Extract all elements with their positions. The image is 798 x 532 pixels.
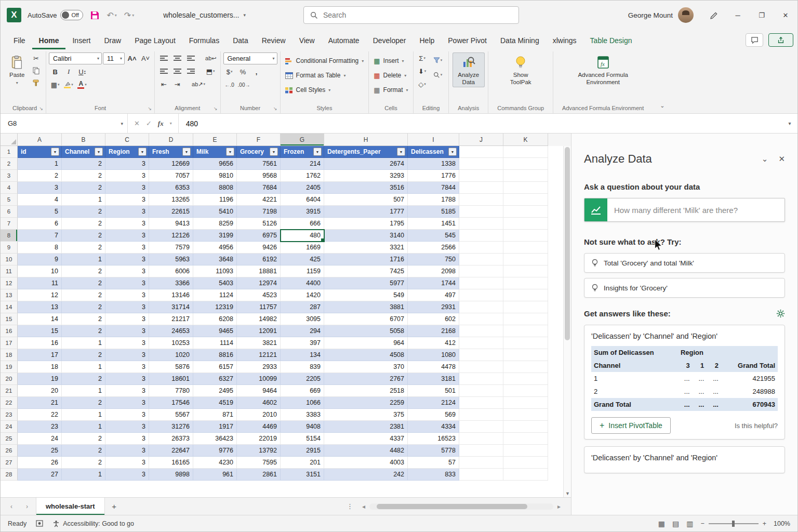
cell-A9[interactable]: 8: [18, 242, 62, 254]
cell-B22[interactable]: 2: [62, 397, 105, 409]
cell-H24[interactable]: 2381: [324, 421, 408, 433]
column-header-H[interactable]: H: [324, 134, 408, 146]
increase-decimal-button[interactable]: ←.0: [223, 79, 236, 90]
page-layout-view-button[interactable]: ▤: [672, 520, 679, 528]
row-header-6[interactable]: 6: [1, 206, 18, 218]
cell-I10[interactable]: 750: [408, 254, 459, 265]
sort-filter-button[interactable]: ▾: [432, 55, 444, 66]
cell-E26[interactable]: 9776: [193, 445, 237, 457]
cell-H19[interactable]: 370: [324, 361, 408, 373]
cell-G9[interactable]: 1669: [281, 242, 324, 254]
ribbon-tab-page-layout[interactable]: Page Layout: [128, 32, 182, 49]
empty-cell[interactable]: [503, 445, 548, 457]
cell-A11[interactable]: 10: [18, 265, 62, 277]
cell-I24[interactable]: 4334: [408, 421, 459, 433]
top-align-button[interactable]: [157, 52, 170, 64]
fill-color-button[interactable]: ▾: [62, 79, 75, 90]
row-header-20[interactable]: 20: [1, 373, 18, 385]
cell-H26[interactable]: 4482: [324, 445, 408, 457]
pane-close-icon[interactable]: ✕: [778, 154, 785, 164]
cell-I3[interactable]: 1776: [408, 170, 459, 182]
cell-E14[interactable]: 12319: [193, 301, 237, 313]
filter-button[interactable]: ▼: [51, 148, 59, 156]
cell-A26[interactable]: 25: [18, 445, 62, 457]
cell-C7[interactable]: 3: [105, 218, 149, 230]
accounting-format-button[interactable]: $▾: [223, 66, 236, 77]
cell-E21[interactable]: 2495: [193, 385, 237, 397]
cell-H23[interactable]: 375: [324, 409, 408, 421]
previous-sheet-button[interactable]: ‹: [5, 503, 18, 510]
cell-E18[interactable]: 8816: [193, 349, 237, 361]
increase-indent-button[interactable]: ⇥: [171, 78, 183, 90]
cell-A3[interactable]: 2: [18, 170, 62, 182]
empty-cell[interactable]: [503, 218, 548, 230]
cell-D10[interactable]: 5963: [149, 254, 193, 265]
cell-E5[interactable]: 1196: [193, 194, 237, 206]
ribbon-tab-power-pivot[interactable]: Power Pivot: [441, 32, 494, 49]
empty-cell[interactable]: [503, 289, 548, 301]
empty-cell[interactable]: [503, 457, 548, 469]
cell-E22[interactable]: 4519: [193, 397, 237, 409]
cell-G3[interactable]: 1762: [281, 170, 324, 182]
empty-cell[interactable]: [459, 301, 503, 313]
cell-E11[interactable]: 11093: [193, 265, 237, 277]
copy-button[interactable]: [30, 65, 42, 76]
decrease-decimal-button[interactable]: .00→: [237, 79, 251, 90]
cell-I25[interactable]: 16523: [408, 433, 459, 445]
empty-cell[interactable]: [503, 469, 548, 481]
cell-G26[interactable]: 2915: [281, 445, 324, 457]
cell-F16[interactable]: 12091: [237, 325, 281, 337]
insert-function-button[interactable]: fx: [158, 119, 164, 128]
cell-H5[interactable]: 507: [324, 194, 408, 206]
cell-H2[interactable]: 2674: [324, 158, 408, 170]
cell-F19[interactable]: 2933: [237, 361, 281, 373]
cell-C26[interactable]: 3: [105, 445, 149, 457]
cell-F26[interactable]: 13792: [237, 445, 281, 457]
paste-button[interactable]: Paste ▾: [6, 52, 28, 87]
row-header-27[interactable]: 27: [1, 457, 18, 469]
empty-cell[interactable]: [459, 230, 503, 242]
file-name-menu[interactable]: wholesale_customers... ▾: [158, 8, 251, 22]
cell-D20[interactable]: 18601: [149, 373, 193, 385]
empty-cell[interactable]: [503, 277, 548, 289]
row-header-16[interactable]: 16: [1, 325, 18, 337]
empty-cell[interactable]: [503, 385, 548, 397]
cell-D18[interactable]: 1020: [149, 349, 193, 361]
zoom-in-button[interactable]: +: [763, 520, 766, 527]
cell-H18[interactable]: 4508: [324, 349, 408, 361]
cell-F4[interactable]: 7684: [237, 182, 281, 194]
cell-A2[interactable]: 1: [18, 158, 62, 170]
cell-D13[interactable]: 13146: [149, 289, 193, 301]
cell-I28[interactable]: 833: [408, 469, 459, 481]
grow-font-button[interactable]: A˄: [126, 53, 138, 64]
cell-C5[interactable]: 3: [105, 194, 149, 206]
cell-B18[interactable]: 2: [62, 349, 105, 361]
cell-C19[interactable]: 3: [105, 361, 149, 373]
afe-button[interactable]: fx Advanced Formula Environment: [564, 52, 642, 87]
cell-E7[interactable]: 8259: [193, 218, 237, 230]
empty-cell[interactable]: [459, 445, 503, 457]
table-header-cell-Fresh[interactable]: Fresh▼: [149, 146, 193, 158]
ribbon-tab-data-mining[interactable]: Data Mining: [494, 32, 546, 49]
cell-I13[interactable]: 497: [408, 289, 459, 301]
filter-button[interactable]: ▼: [182, 148, 191, 156]
cell-H17[interactable]: 964: [324, 337, 408, 349]
horizontal-scrollbar[interactable]: ◂ ▸: [360, 503, 563, 510]
column-header-E[interactable]: E: [193, 134, 237, 146]
cell-G18[interactable]: 134: [281, 349, 324, 361]
cell-styles-button[interactable]: Cell Styles▾: [283, 84, 366, 96]
row-header-8[interactable]: 8: [1, 230, 18, 242]
cell-I5[interactable]: 1788: [408, 194, 459, 206]
empty-cell[interactable]: [459, 397, 503, 409]
cell-F8[interactable]: 6975: [237, 230, 281, 242]
cell-B13[interactable]: 2: [62, 289, 105, 301]
cell-D28[interactable]: 9898: [149, 469, 193, 481]
empty-cell[interactable]: [459, 361, 503, 373]
restore-button[interactable]: ❐: [750, 1, 774, 30]
cell-C23[interactable]: 3: [105, 409, 149, 421]
cell-H11[interactable]: 7425: [324, 265, 408, 277]
cell-B2[interactable]: 2: [62, 158, 105, 170]
cell-D4[interactable]: 6353: [149, 182, 193, 194]
cell-C20[interactable]: 3: [105, 373, 149, 385]
row-header-7[interactable]: 7: [1, 218, 18, 230]
